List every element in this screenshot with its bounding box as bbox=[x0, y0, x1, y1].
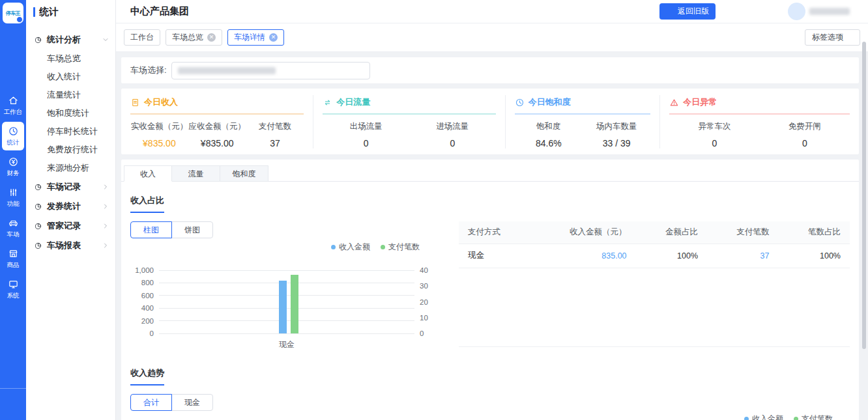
rail-item-workbench[interactable]: 工作台 bbox=[2, 91, 24, 120]
sidebar-group-5[interactable]: 车场报表 bbox=[26, 236, 115, 255]
back-to-old-version-button[interactable]: 返回旧版 bbox=[659, 3, 716, 20]
left-axis-tick: 600 bbox=[141, 292, 154, 300]
open-tab[interactable]: 车场详情✕ bbox=[227, 29, 284, 46]
open-tab[interactable]: 车场总览✕ bbox=[166, 29, 222, 46]
sidebar-item[interactable]: 饱和度统计 bbox=[26, 104, 115, 122]
toggle-柱图[interactable]: 柱图 bbox=[130, 221, 172, 238]
parking-lot-select[interactable] bbox=[171, 62, 370, 79]
gauge-clock-icon bbox=[515, 98, 525, 107]
rail-item-goods[interactable]: 商品 bbox=[2, 244, 24, 273]
bar-chart: 02004006008001,000 010203040 bbox=[130, 270, 437, 333]
bar-支付笔数[interactable] bbox=[291, 275, 298, 333]
bar-chart-right-axis: 010203040 bbox=[414, 270, 437, 333]
left-axis-tick: 800 bbox=[141, 279, 154, 287]
collapse-sidebar-icon[interactable] bbox=[7, 398, 19, 410]
sidebar-group-3[interactable]: 发券统计 bbox=[26, 197, 115, 216]
stat-card-title: 今日流量 bbox=[336, 96, 370, 108]
legend-item-收入金额[interactable]: 收入金额 bbox=[331, 242, 370, 253]
nav-rail: 停车王 工作台统计财务功能车场商品系统 bbox=[0, 0, 26, 420]
stat-metrics-row: 出场流量0进场流量0 bbox=[323, 121, 495, 148]
stat-metric-value: 0 bbox=[409, 138, 496, 148]
sidebar-group-label: 管家记录 bbox=[47, 220, 81, 232]
toggle-饼图[interactable]: 饼图 bbox=[171, 221, 213, 238]
rail-item-system[interactable]: 系统 bbox=[2, 275, 24, 303]
rail-item-label: 系统 bbox=[7, 292, 20, 300]
legend-label: 支付笔数 bbox=[802, 413, 833, 420]
tab-options-button[interactable]: 标签选项 bbox=[805, 29, 860, 46]
metric-tabs: 收入流量饱和度 bbox=[121, 165, 859, 182]
rail-item-finance[interactable]: 财务 bbox=[2, 152, 24, 181]
sidebar-group-2[interactable]: 车场记录 bbox=[26, 177, 115, 197]
stat-metric: 支付笔数37 bbox=[246, 121, 304, 148]
lightbulb-icon[interactable] bbox=[746, 6, 757, 17]
income-share-row: 柱图饼图 收入金额支付笔数 02004006008001,000 0102030… bbox=[121, 221, 859, 350]
active-underline bbox=[130, 212, 164, 213]
bar-收入金额[interactable] bbox=[279, 281, 287, 333]
selected-parking-lot-redacted bbox=[178, 67, 276, 74]
legend-dot bbox=[744, 417, 749, 420]
rail-item-stats[interactable]: 统计 bbox=[2, 122, 24, 150]
sidebar-item[interactable]: 车场总览 bbox=[26, 49, 115, 68]
close-tab-icon[interactable]: ✕ bbox=[207, 33, 216, 42]
stat-metric: 异常车次0 bbox=[669, 121, 759, 148]
table-cell-link[interactable]: 37 bbox=[707, 244, 778, 268]
toggle-现金[interactable]: 现金 bbox=[171, 394, 213, 411]
chart-type-toggle: 柱图饼图 bbox=[130, 221, 213, 238]
open-tabs-bar: 工作台车场总览✕车场详情✕ 标签选项 bbox=[116, 23, 868, 52]
sidebar-item[interactable]: 收入统计 bbox=[26, 68, 115, 86]
sidebar-item[interactable]: 来源地分析 bbox=[26, 159, 115, 177]
sidebar-group-4[interactable]: 管家记录 bbox=[26, 216, 115, 236]
open-tab-label: 车场总览 bbox=[172, 32, 203, 43]
chevron-right-icon bbox=[102, 184, 109, 190]
table-header-row: 支付方式收入金额（元）金额占比支付笔数笔数占比 bbox=[459, 221, 850, 244]
pie-chart-icon bbox=[34, 222, 42, 231]
table-column-header: 支付方式 bbox=[459, 221, 530, 244]
back-arrow-circle-icon bbox=[666, 7, 674, 16]
stat-metric-value: 84.6% bbox=[515, 138, 583, 148]
stat-metric: 免费开闸0 bbox=[760, 121, 850, 148]
stat-metric-value: 33 / 39 bbox=[583, 138, 650, 148]
stat-metric-label: 支付笔数 bbox=[246, 121, 304, 132]
sidebar-item[interactable]: 流量统计 bbox=[26, 86, 115, 104]
download-icon[interactable] bbox=[725, 6, 736, 17]
income-trend-section-head: 收入趋势 bbox=[130, 367, 164, 385]
sidebar-item[interactable]: 停车时长统计 bbox=[26, 122, 115, 141]
stat-metric-label: 异常车次 bbox=[669, 121, 759, 132]
left-axis-tick: 400 bbox=[141, 304, 154, 312]
tab-饱和度[interactable]: 饱和度 bbox=[220, 165, 268, 182]
toggle-合计[interactable]: 合计 bbox=[130, 394, 172, 411]
sliders-icon bbox=[8, 187, 19, 198]
car-icon bbox=[8, 217, 19, 229]
vertical-scrollbar[interactable] bbox=[862, 42, 866, 349]
legend-item-收入金额[interactable]: 收入金额 bbox=[744, 413, 783, 420]
tab-流量[interactable]: 流量 bbox=[172, 165, 220, 182]
left-axis-tick: 0 bbox=[150, 329, 154, 337]
stat-metric-label: 进场流量 bbox=[409, 121, 496, 132]
bell-icon[interactable] bbox=[767, 6, 778, 17]
app-logo[interactable]: 停车王 bbox=[3, 3, 23, 23]
income-share-title: 收入占比 bbox=[130, 195, 164, 206]
legend-item-支付笔数[interactable]: 支付笔数 bbox=[381, 242, 420, 253]
sidebar-item[interactable]: 免费放行统计 bbox=[26, 141, 115, 159]
stat-metric: 进场流量0 bbox=[409, 121, 496, 148]
sidebar-group-1[interactable]: 统计分析 bbox=[26, 30, 115, 49]
rail-item-label: 功能 bbox=[7, 200, 20, 208]
rail-item-features[interactable]: 功能 bbox=[2, 183, 24, 212]
stat-card-underline bbox=[323, 113, 495, 115]
legend-label: 收入金额 bbox=[339, 242, 370, 253]
stat-metric: 饱和度84.6% bbox=[515, 121, 583, 148]
user-menu[interactable] bbox=[788, 3, 860, 20]
nav-rail-items: 工作台统计财务功能车场商品系统 bbox=[0, 91, 26, 303]
legend-item-支付笔数[interactable]: 支付笔数 bbox=[794, 413, 833, 420]
close-tab-icon[interactable]: ✕ bbox=[269, 33, 278, 42]
rail-item-parking-lot[interactable]: 车场 bbox=[2, 214, 24, 242]
stat-metric: 实收金额（元）¥835.00 bbox=[130, 121, 188, 148]
income-trend-title: 收入趋势 bbox=[130, 367, 164, 379]
stat-card-underline bbox=[515, 113, 651, 115]
stat-card-1: 今日收入实收金额（元）¥835.00应收金额（元）¥835.00支付笔数37 bbox=[121, 95, 313, 148]
trend-chart-legend: 收入金额支付笔数 bbox=[130, 413, 850, 420]
table-cell-link[interactable]: 835.00 bbox=[530, 244, 635, 268]
stat-metric: 应收金额（元）¥835.00 bbox=[188, 121, 246, 148]
tab-收入[interactable]: 收入 bbox=[124, 165, 172, 182]
open-tab[interactable]: 工作台 bbox=[124, 29, 160, 46]
